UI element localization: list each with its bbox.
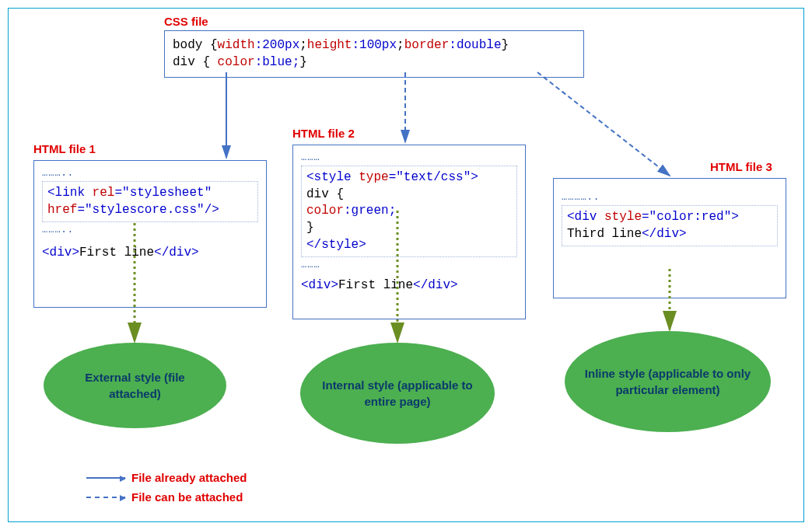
html1-link-block: <link rel="stylesheet" href="stylescore.… xyxy=(42,181,258,222)
dots-icon: ……… xyxy=(301,152,517,164)
html3-inline-block: <div style="color:red"> Third line</div> xyxy=(562,205,778,246)
html2-box: ……… <style type="text/css"> div { color:… xyxy=(292,145,526,319)
ellipse-internal-text: Internal style (applicable to entire pag… xyxy=(316,377,479,410)
css-line-1: body {width:200px;height:100px;border:do… xyxy=(173,37,576,54)
legend-dashed: File can be attached xyxy=(86,490,243,504)
css-file-label: CSS file xyxy=(164,15,208,28)
arrow-icon xyxy=(120,495,126,501)
legend-solid: File already attached xyxy=(86,471,247,484)
ellipse-inline: Inline style (applicable to only particu… xyxy=(565,331,771,432)
diagram-canvas: CSS file body {width:200px;height:100px;… xyxy=(8,8,804,522)
legend-dashed-text: File can be attached xyxy=(131,490,243,504)
css-line-2: div { color:blue;} xyxy=(173,54,576,71)
ellipse-inline-text: Inline style (applicable to only particu… xyxy=(580,365,755,398)
dots-icon: ………….. xyxy=(562,191,778,204)
html1-div-line: <div>First line</div> xyxy=(42,245,258,262)
legend-dashed-line-icon xyxy=(86,497,125,498)
html2-label: HTML file 2 xyxy=(292,127,355,140)
ellipse-internal: Internal style (applicable to entire pag… xyxy=(300,343,495,444)
html3-box: ………….. <div style="color:red"> Third lin… xyxy=(553,178,786,298)
css-file-box: body {width:200px;height:100px;border:do… xyxy=(164,30,584,78)
svg-line-2 xyxy=(537,72,670,176)
arrow-icon xyxy=(120,476,126,482)
html3-label: HTML file 3 xyxy=(710,160,772,173)
ellipse-external: External style (file attached) xyxy=(44,343,226,428)
legend-solid-text: File already attached xyxy=(131,471,247,484)
html1-label: HTML file 1 xyxy=(33,142,96,155)
dots-icon: ……….. xyxy=(42,224,258,236)
dots-icon: ……….. xyxy=(42,167,258,180)
dots-icon: ……… xyxy=(301,259,517,271)
html2-div-line: <div>First line</div> xyxy=(301,277,517,295)
html1-box: ……….. <link rel="stylesheet" href="style… xyxy=(33,160,267,308)
ellipse-external-text: External style (file attached) xyxy=(59,369,211,402)
html2-style-block: <style type="text/css"> div { color:gree… xyxy=(301,166,517,257)
legend-solid-line-icon xyxy=(86,477,125,479)
